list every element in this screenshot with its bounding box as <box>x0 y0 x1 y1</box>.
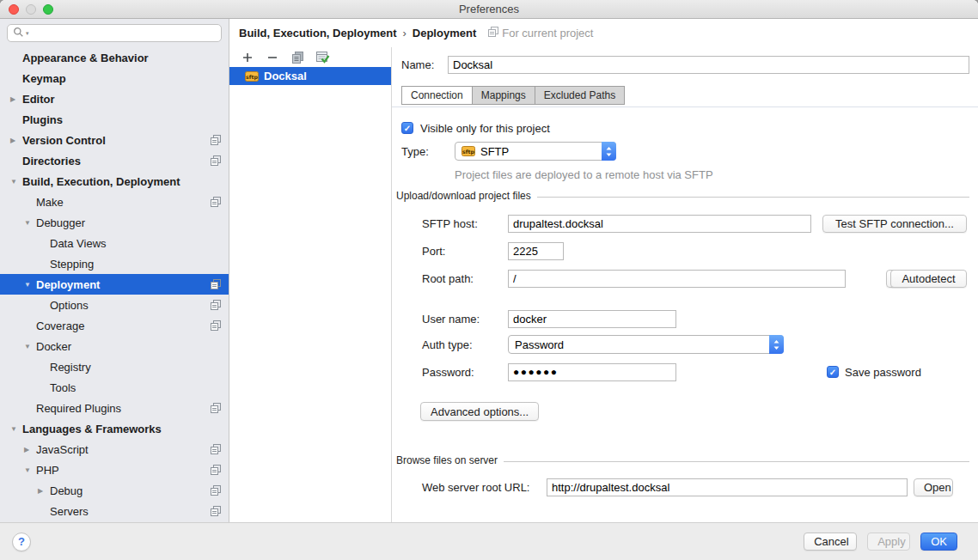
remove-server-button[interactable] <box>265 50 280 65</box>
server-item-docksal[interactable]: sftpDocksal <box>229 67 391 85</box>
svg-text:sftp: sftp <box>246 74 258 81</box>
name-input[interactable] <box>448 56 969 74</box>
sidebar-item-javascript[interactable]: ▶JavaScript <box>0 439 229 460</box>
tab-separator-line <box>392 107 978 107</box>
search-filter-caret-icon[interactable]: ▾ <box>26 30 29 37</box>
open-url-button[interactable]: Open <box>914 478 953 496</box>
zoom-window-icon[interactable] <box>43 4 53 15</box>
help-button[interactable]: ? <box>12 533 31 551</box>
sidebar-item-languages-frameworks[interactable]: ▼Languages & Frameworks <box>0 418 229 439</box>
chevron-down-icon[interactable]: ▼ <box>23 466 36 474</box>
sidebar-item-appearance-behavior[interactable]: Appearance & Behavior <box>0 47 229 68</box>
sidebar-item-tools[interactable]: Tools <box>0 377 229 398</box>
tree-indent <box>0 181 9 182</box>
tab-mappings[interactable]: Mappings <box>472 86 535 105</box>
chevron-down-icon[interactable]: ▼ <box>23 219 36 227</box>
chevron-right-icon[interactable]: ▶ <box>23 446 36 453</box>
upload-group-title: Upload/download project files <box>396 190 531 202</box>
sidebar-item-keymap[interactable]: Keymap <box>0 68 229 88</box>
project-scope-icon <box>211 135 221 145</box>
chevron-right-icon[interactable]: ▶ <box>9 137 22 144</box>
chevron-down-icon[interactable]: ▼ <box>23 281 36 289</box>
autodetect-button[interactable]: Autodetect <box>890 270 967 288</box>
type-select[interactable]: sftp SFTP <box>455 142 616 161</box>
password-input[interactable] <box>508 363 676 381</box>
tree-indent <box>0 99 9 100</box>
sidebar-item-label: Keymap <box>22 72 66 85</box>
port-input[interactable] <box>508 242 564 260</box>
tree-indent <box>0 264 37 265</box>
use-as-default-server-button[interactable] <box>315 50 330 65</box>
sidebar-item-version-control[interactable]: ▶Version Control <box>0 130 229 150</box>
sidebar-item-data-views[interactable]: Data Views <box>0 233 229 253</box>
sidebar-item-editor[interactable]: ▶Editor <box>0 88 229 109</box>
sidebar-item-deployment[interactable]: ▼Deployment <box>0 274 229 295</box>
chevron-down-icon[interactable]: ▼ <box>23 343 36 350</box>
chevron-down-icon[interactable]: ▼ <box>9 425 22 433</box>
tree-indent <box>0 408 23 409</box>
set-default-icon <box>315 51 330 64</box>
sidebar-item-build-execution-deployment[interactable]: ▼Build, Execution, Deployment <box>0 171 229 192</box>
web-root-input[interactable] <box>547 478 908 496</box>
select-stepper-icon <box>769 335 784 354</box>
sidebar-item-servers[interactable]: Servers <box>0 501 229 521</box>
tree-indent <box>0 78 9 79</box>
sidebar-item-label: Registry <box>50 361 91 374</box>
group-divider <box>537 197 969 198</box>
close-window-icon[interactable] <box>9 4 19 15</box>
advanced-options-button[interactable]: Advanced options... <box>420 402 539 421</box>
sidebar-item-options[interactable]: Options <box>0 295 229 315</box>
chevron-down-icon[interactable]: ▼ <box>9 178 22 186</box>
sidebar-item-php[interactable]: ▼PHP <box>0 460 229 480</box>
sidebar-item-debug[interactable]: ▶Debug <box>0 480 229 501</box>
chevron-right-icon[interactable]: ▶ <box>9 95 22 103</box>
search-input[interactable]: ▾ <box>7 24 222 42</box>
footer-bar: ? Cancel Apply OK <box>0 522 978 560</box>
type-label: Type: <box>401 145 455 158</box>
name-row: Name: <box>401 55 969 74</box>
save-password-group: ✓ Save password <box>827 366 931 379</box>
root-path-input[interactable] <box>508 270 846 288</box>
chevron-right-icon[interactable]: ▶ <box>37 487 50 495</box>
copy-server-button[interactable] <box>290 50 305 65</box>
sidebar-item-stepping[interactable]: Stepping <box>0 253 229 274</box>
sidebar-item-plugins[interactable]: Plugins <box>0 109 229 130</box>
user-name-input[interactable] <box>508 310 676 328</box>
svg-text:sftp: sftp <box>462 149 474 155</box>
auth-type-select[interactable]: Password <box>508 335 784 354</box>
tree-indent <box>0 346 23 347</box>
sidebar-item-make[interactable]: Make <box>0 192 229 212</box>
sidebar-item-directories[interactable]: Directories <box>0 150 229 171</box>
minimize-window-icon[interactable] <box>26 4 36 15</box>
sidebar-item-docker[interactable]: ▼Docker <box>0 336 229 356</box>
project-scope-icon <box>211 403 221 413</box>
sidebar-item-label: Directories <box>22 155 81 167</box>
sidebar-item-label: Data Views <box>50 237 107 250</box>
breadcrumb-segment-root[interactable]: Build, Execution, Deployment <box>239 27 396 40</box>
scope-indicator: For current project <box>488 27 593 40</box>
tab-bar: ConnectionMappingsExcluded Paths <box>401 86 625 105</box>
add-server-button[interactable] <box>240 50 255 65</box>
name-label: Name: <box>401 58 448 71</box>
apply-button[interactable]: Apply <box>867 533 910 551</box>
sftp-host-input[interactable] <box>508 215 811 233</box>
breadcrumb-segment-current[interactable]: Deployment <box>413 27 476 40</box>
cancel-button[interactable]: Cancel <box>804 533 857 551</box>
tree-indent <box>0 490 37 491</box>
ok-button[interactable]: OK <box>920 533 957 551</box>
tab-connection[interactable]: Connection <box>401 86 473 105</box>
tab-excluded-paths[interactable]: Excluded Paths <box>535 86 625 105</box>
sidebar-item-label: Languages & Frameworks <box>22 423 162 435</box>
sidebar-item-coverage[interactable]: Coverage <box>0 315 229 336</box>
auth-type-select-value: Password <box>515 338 564 351</box>
sidebar-item-debugger[interactable]: ▼Debugger <box>0 212 229 233</box>
web-root-label: Web server root URL: <box>422 481 547 494</box>
sidebar-item-label: Servers <box>50 505 89 518</box>
sidebar-item-registry[interactable]: Registry <box>0 356 229 377</box>
sidebar-item-required-plugins[interactable]: Required Plugins <box>0 398 229 418</box>
visible-only-checkbox[interactable]: ✓ <box>401 122 413 134</box>
user-name-label: User name: <box>422 313 508 326</box>
sidebar-item-label: Required Plugins <box>36 402 121 415</box>
save-password-checkbox[interactable]: ✓ <box>827 366 839 378</box>
test-connection-button[interactable]: Test SFTP connection... <box>822 215 967 233</box>
